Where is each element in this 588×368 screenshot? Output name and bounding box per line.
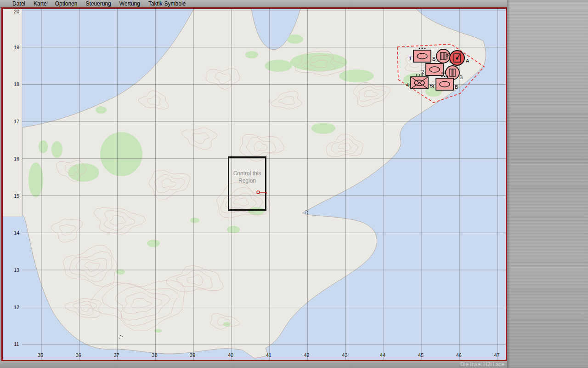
y-axis-label-17: 17 [14,119,19,124]
svg-text:2: 2 [421,69,424,75]
svg-text:B: B [459,75,463,80]
y-axis-label-13: 13 [14,267,19,273]
region-flag-icon [256,189,268,196]
svg-text:3: 3 [431,84,434,89]
control-region-box: Control this Region [228,156,266,211]
x-axis-label-39: 39 [190,352,195,358]
x-axis-label-37: 37 [113,352,119,358]
menu-item-karte[interactable]: Karte [29,0,51,7]
x-axis-label-45: 45 [418,352,424,358]
svg-text:A: A [466,58,469,63]
y-axis-label-11: 11 [14,341,19,347]
menu-item-wertung[interactable]: Wertung [115,0,144,7]
x-axis-label-36: 36 [76,352,81,358]
y-axis-label-16: 16 [14,156,19,161]
status-bar: Die Insel H2H.sce [0,361,507,368]
svg-text:1: 1 [409,56,412,61]
x-axis-label-41: 41 [266,352,271,358]
status-filename: Die Insel H2H.sce [460,361,504,368]
control-region-text-line2: Region [229,177,265,184]
y-axis-label-15: 15 [14,193,19,199]
menu-bar: DateiKarteOptionenSteuerungWertungTaktik… [0,0,507,8]
svg-text:B: B [455,84,458,90]
x-axis-label-44: 44 [380,352,385,358]
x-axis-label-43: 43 [342,352,347,358]
menu-item-optionen[interactable]: Optionen [51,0,82,7]
svg-text:4: 4 [406,82,409,88]
y-axis-label-20: 20 [14,9,19,14]
map-frame: 3536373839404142434445464720191817161514… [1,7,507,361]
x-axis-label-47: 47 [494,352,499,358]
y-axis-label-12: 12 [14,305,19,310]
x-axis-label-42: 42 [304,352,309,358]
x-axis-label-35: 35 [38,352,43,358]
y-axis-label-18: 18 [14,81,19,87]
map-edge-strip [3,9,22,217]
menu-item-datei[interactable]: Datei [8,0,29,7]
y-axis-label-14: 14 [14,230,19,236]
menu-item-steuerung[interactable]: Steuerung [81,0,115,7]
control-sidebar: Test Partei BLAU Partei ROT Kartentyp Ge… [507,0,588,368]
svg-text:xo.: xo. [441,70,446,75]
control-region-text-line1: Control this [229,170,265,177]
x-axis-label-46: 46 [456,352,462,358]
application-window: DateiKarteOptionenSteuerungWertungTaktik… [0,0,588,368]
x-axis-label-38: 38 [152,352,157,358]
y-axis-label-19: 19 [14,45,19,50]
menu-item-taktiksymbole[interactable]: Taktik-Symbole [144,0,190,7]
x-axis-label-40: 40 [228,352,233,358]
